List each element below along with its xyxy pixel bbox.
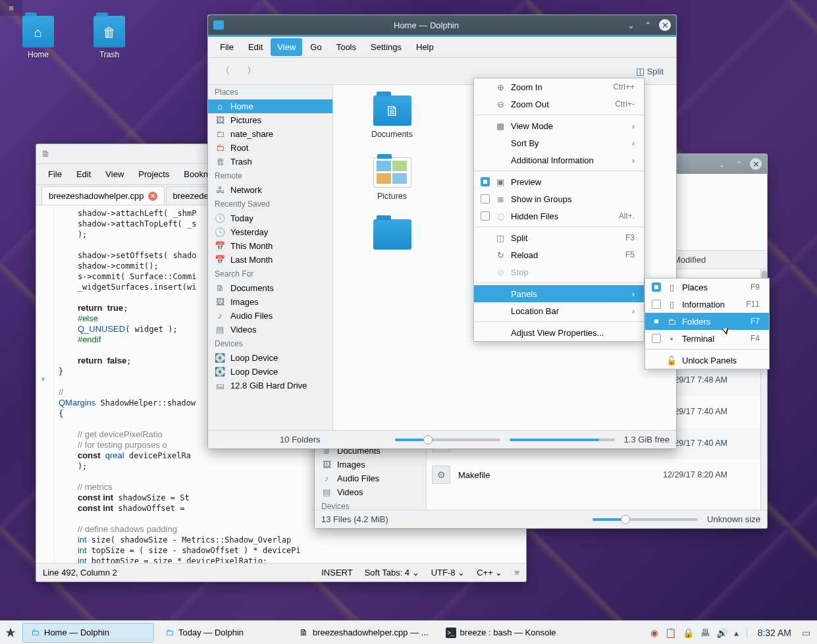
menu-reload[interactable]: ↻ReloadF5 xyxy=(474,246,644,263)
dolphin-menubar: File Edit View Go Tools Settings Help xyxy=(208,37,676,58)
close-icon[interactable]: ✕ xyxy=(750,158,762,170)
sidebar-item-documents[interactable]: 🗎Documents xyxy=(208,281,332,295)
dolphin-titlebar[interactable]: Home — Dolphin ⌄ ⌃ ✕ xyxy=(208,15,676,35)
menu-settings[interactable]: Settings xyxy=(364,38,408,56)
sidebar-item-loop2[interactable]: 💽Loop Device xyxy=(208,365,332,379)
menu-zoom-out[interactable]: ⊖Zoom OutCtrl+- xyxy=(474,95,644,113)
sidebar-item-harddrive[interactable]: 🖴12.8 GiB Hard Drive xyxy=(208,379,332,392)
fold-marker-icon[interactable]: ▾ xyxy=(41,375,45,383)
tray-expand-icon[interactable]: ▴ xyxy=(734,628,739,638)
sidebar-item-images[interactable]: 🖼Images xyxy=(315,458,426,471)
menu-zoom-in[interactable]: ⊕Zoom InCtrl++ xyxy=(474,78,644,95)
app-launcher-button[interactable] xyxy=(0,621,21,645)
menu-view-mode[interactable]: ▦View Mode› xyxy=(474,117,644,134)
update-icon[interactable]: ◉ xyxy=(650,628,658,638)
list-item[interactable]: ⚙Makefile12/29/17 8:20 AM xyxy=(427,459,767,491)
checkbox-icon xyxy=(481,194,490,203)
desktop-icon-home[interactable]: ⌂ Home xyxy=(12,16,65,59)
close-icon[interactable]: ✕ xyxy=(659,19,671,31)
desktop-icon-trash[interactable]: 🗑 Trash xyxy=(83,16,136,59)
stop-icon: ⊘ xyxy=(495,267,506,277)
sidebar-item-lastmonth[interactable]: 📅Last Month xyxy=(208,253,332,267)
folder-partial[interactable] xyxy=(338,219,446,250)
terminal-icon: ▪ xyxy=(666,334,677,344)
sidebar-item-root[interactable]: 🗀Root xyxy=(208,141,332,155)
sidebar-item-audio[interactable]: ♪Audio Files xyxy=(315,471,426,485)
menu-tools[interactable]: Tools xyxy=(330,38,363,56)
menu-view[interactable]: View xyxy=(99,165,130,183)
sidebar-item-home[interactable]: ⌂Home xyxy=(208,99,332,113)
back-button[interactable]: 〈 xyxy=(215,62,236,80)
menu-hidden-files[interactable]: ◌Hidden FilesAlt+. xyxy=(474,207,644,225)
panel-places[interactable]: ▯PlacesF9 xyxy=(645,279,769,296)
task-dolphin-home[interactable]: 🗀Home — Dolphin xyxy=(22,623,154,643)
volume-icon[interactable]: 🔊 xyxy=(716,628,727,638)
menu-projects[interactable]: Projects xyxy=(132,165,176,183)
application-menu-button[interactable]: ≡ xyxy=(0,0,22,16)
gutter[interactable]: ▾ xyxy=(36,205,55,563)
task-kate[interactable]: 🗎breezeshadowhelper.cpp — ... xyxy=(291,623,436,643)
folder-icon: 🗀 xyxy=(30,628,40,638)
menu-icon[interactable]: ≡ xyxy=(514,568,519,577)
menu-sort-by[interactable]: Sort By› xyxy=(474,134,644,151)
menu-split[interactable]: ◫SplitF3 xyxy=(474,229,644,246)
folder-pictures[interactable]: Pictures xyxy=(338,157,446,201)
task-dolphin-today[interactable]: 🗀Today — Dolphin xyxy=(157,623,288,643)
menu-edit[interactable]: Edit xyxy=(70,165,97,183)
menu-adjust-view[interactable]: Adjust View Properties... xyxy=(474,324,644,341)
sidebar-item-network[interactable]: 🖧Network xyxy=(208,183,332,197)
minimize-icon[interactable]: ⌄ xyxy=(625,19,637,31)
menu-location-bar[interactable]: Location Bar› xyxy=(474,302,644,319)
sidebar-item-pictures[interactable]: 🖼Pictures xyxy=(208,113,332,127)
task-konsole[interactable]: >_breeze : bash — Konsole xyxy=(438,623,570,643)
encoding[interactable]: UTF-8 ⌄ xyxy=(431,568,465,577)
sidebar-item-audio[interactable]: ♪Audio Files xyxy=(208,309,332,323)
clock[interactable]: 8:32 AM xyxy=(755,628,791,638)
split-icon: ◫ xyxy=(495,233,506,243)
menu-file[interactable]: File xyxy=(213,38,240,56)
sidebar-item-images[interactable]: 🖼Images xyxy=(208,295,332,309)
sidebar-item-today[interactable]: 🕓Today xyxy=(208,211,332,225)
col-modified[interactable]: Modified xyxy=(668,251,767,269)
sidebar-item-trash[interactable]: 🗑Trash xyxy=(208,155,332,169)
trash-icon: 🗑 xyxy=(103,25,116,40)
checkbox-icon xyxy=(652,317,661,326)
sidebar-item-loop1[interactable]: 💽Loop Device xyxy=(208,351,332,365)
menu-additional[interactable]: Additional Information› xyxy=(474,151,644,169)
sidebar-item-videos[interactable]: ▤Videos xyxy=(208,323,332,336)
menu-preview[interactable]: ▣Preview xyxy=(474,173,644,190)
zoom-slider[interactable] xyxy=(593,518,698,521)
folder-documents[interactable]: 🗎Documents xyxy=(338,95,446,139)
maximize-icon[interactable]: ⌃ xyxy=(642,19,654,31)
forward-button[interactable]: 〉 xyxy=(241,62,262,80)
panel-information[interactable]: ▯InformationF11 xyxy=(645,296,769,313)
language[interactable]: C++ ⌄ xyxy=(477,568,502,577)
zoom-out-icon: ⊖ xyxy=(495,99,506,109)
menu-go[interactable]: Go xyxy=(303,38,328,56)
maximize-icon[interactable]: ⌃ xyxy=(733,158,745,170)
tab-breezeshadowhelper[interactable]: breezeshadowhelper.cpp ✕ xyxy=(41,186,165,205)
printer-icon[interactable]: 🖶 xyxy=(700,628,710,638)
menu-show-groups[interactable]: ≣Show in Groups xyxy=(474,190,644,207)
panel-terminal[interactable]: ▪TerminalF4 xyxy=(645,330,769,347)
sidebar-item-videos[interactable]: ▤Videos xyxy=(315,485,426,499)
tab-close-icon[interactable]: ✕ xyxy=(148,192,157,201)
show-desktop-icon[interactable]: ▭ xyxy=(802,628,810,638)
dolphin-sidebar: Places ⌂Home 🖼Pictures 🗀nate_share 🗀Root… xyxy=(208,85,333,430)
checkbox-icon xyxy=(652,300,661,309)
clipboard-icon[interactable]: 📋 xyxy=(665,628,676,638)
menu-view[interactable]: View xyxy=(271,38,302,56)
lock-icon[interactable]: 🔒 xyxy=(683,628,694,638)
panel-unlock[interactable]: 🔓Unlock Panels xyxy=(645,352,769,369)
panel-folders[interactable]: 🗀FoldersF7 xyxy=(645,313,769,330)
menu-panels[interactable]: Panels› xyxy=(474,285,644,302)
sidebar-item-thismonth[interactable]: 📅This Month xyxy=(208,239,332,253)
zoom-slider[interactable] xyxy=(395,439,500,441)
menu-file[interactable]: File xyxy=(41,165,68,183)
sidebar-item-nateshare[interactable]: 🗀nate_share xyxy=(208,127,332,141)
minimize-icon[interactable]: ⌄ xyxy=(716,158,727,170)
tab-mode[interactable]: Soft Tabs: 4 ⌄ xyxy=(365,568,419,577)
menu-help[interactable]: Help xyxy=(409,38,440,56)
menu-edit[interactable]: Edit xyxy=(242,38,269,56)
sidebar-item-yesterday[interactable]: 🕓Yesterday xyxy=(208,225,332,239)
